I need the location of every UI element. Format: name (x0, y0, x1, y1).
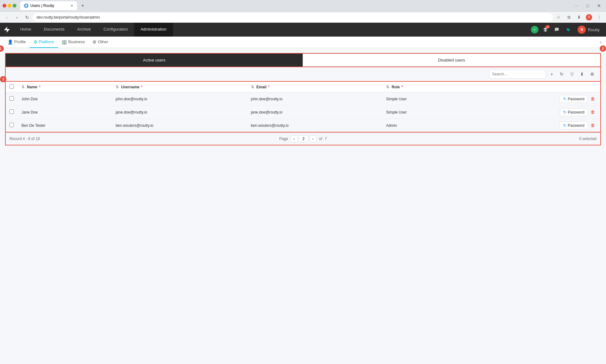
col-name[interactable]: ⇅ Name * (18, 82, 112, 92)
total-pages: 7 (325, 137, 327, 141)
sub-nav-platform-label: Platform (39, 39, 54, 44)
annotation-badge-3: 3 (0, 76, 6, 82)
add-btn[interactable]: + (547, 70, 556, 79)
row-checkbox[interactable] (9, 96, 14, 101)
sub-nav-business-label: Business (68, 39, 85, 44)
app-nav: Home Documents Archive Configuration Adm… (0, 23, 606, 37)
download-btn[interactable]: ⬇ (574, 13, 583, 22)
page-label: Page (279, 137, 288, 141)
sync-icon: ↻ (563, 123, 567, 128)
minimize-btn[interactable]: ─ (572, 1, 581, 10)
username-required: * (141, 85, 143, 89)
col-email[interactable]: ⇅ Email * (247, 82, 382, 92)
search-input[interactable] (489, 70, 546, 79)
row-username: john.doe@routty.io (112, 92, 247, 106)
name-required: * (39, 85, 40, 89)
forward-btn[interactable]: › (13, 13, 21, 22)
row-actions: ↻ Password 🗑 (466, 92, 601, 106)
refresh-icon: ↻ (560, 72, 564, 77)
table-body: John Doe john.doe@routty.io john.doe@rou… (5, 92, 601, 132)
reload-btn[interactable]: ↻ (23, 13, 32, 22)
status-ok-icon: ✓ (531, 26, 538, 33)
row-checkbox[interactable] (9, 109, 14, 114)
star-btn[interactable]: ☆ (554, 13, 563, 22)
window-close-btn[interactable] (3, 4, 6, 8)
table-row[interactable]: John Doe john.doe@routty.io john.doe@rou… (5, 92, 601, 106)
password-btn[interactable]: ↻ Password (560, 108, 588, 116)
app-logo[interactable] (0, 23, 14, 37)
row-checkbox-cell (5, 92, 18, 106)
tab-close-btn[interactable]: ✕ (70, 4, 73, 8)
delete-btn[interactable]: 🗑 (589, 95, 597, 103)
pagination: Page ‹ › of 7 (279, 135, 327, 142)
row-checkbox-cell (5, 106, 18, 119)
row-username: ben.wouters@routty.io (112, 119, 247, 132)
tab-favicon (24, 3, 28, 8)
password-label: Password (568, 97, 585, 101)
table-row[interactable]: Ben De Tester ben.wouters@routty.io ben.… (5, 119, 601, 132)
password-label: Password (568, 123, 585, 128)
layers-icon-btn[interactable]: 2 (541, 25, 550, 34)
settings-btn[interactable]: ⚙ (588, 70, 597, 79)
download-btn[interactable]: ⬇ (578, 70, 586, 79)
nav-home[interactable]: Home (14, 23, 38, 37)
sub-nav-platform[interactable]: ⚙ Platform (30, 37, 58, 48)
address-bar[interactable]: dev.routty.be/portal/routty/#useradmin (33, 13, 553, 22)
row-username: jane.doe@routty.io (112, 106, 247, 119)
col-username[interactable]: ⇅ Username * (112, 82, 247, 92)
role-sort-icon: ⇅ (386, 85, 389, 89)
delete-btn[interactable]: 🗑 (589, 108, 597, 116)
back-btn[interactable]: ‹ (3, 13, 11, 22)
maximize-btn[interactable]: □ (583, 1, 592, 10)
delete-btn[interactable]: 🗑 (589, 121, 597, 129)
password-btn[interactable]: ↻ Password (560, 121, 588, 129)
chat-icon-btn[interactable] (552, 25, 561, 34)
col-name-label: Name (27, 85, 37, 89)
password-label: Password (568, 110, 585, 114)
nav-user[interactable]: R Routty (575, 26, 602, 34)
row-name: Ben De Tester (18, 119, 112, 132)
page-input[interactable] (299, 135, 308, 142)
col-role-label: Role (392, 85, 400, 89)
new-tab-btn[interactable]: + (78, 1, 87, 10)
refresh-btn[interactable]: ↻ (557, 70, 566, 79)
nav-configuration[interactable]: Configuration (97, 23, 134, 37)
next-page-btn[interactable]: › (310, 135, 317, 142)
profile-btn[interactable]: R (585, 13, 593, 22)
row-role: Simple User (382, 92, 466, 106)
sub-nav-business[interactable]: 🏢 Business (58, 37, 89, 48)
nav-archive[interactable]: Archive (71, 23, 97, 37)
role-required: * (401, 85, 403, 89)
sub-nav-profile[interactable]: 👤 Profile (4, 37, 30, 48)
menu-btn[interactable]: ⋮ (595, 13, 603, 22)
row-name: Jane Doe (18, 106, 112, 119)
tab-active-users[interactable]: Active users (6, 54, 303, 67)
filter-btn[interactable]: ▽ (567, 70, 576, 79)
window-min-btn[interactable] (8, 4, 11, 8)
tabs-container: Active users Disabled users (6, 54, 600, 67)
browser-tab[interactable]: Users | Routty ✕ (20, 1, 77, 10)
of-label: of (319, 137, 322, 141)
window-max-btn[interactable] (13, 4, 16, 8)
col-role[interactable]: ⇅ Role * (382, 82, 466, 92)
arrow-icon-btn[interactable] (564, 25, 573, 34)
col-email-label: Email (256, 85, 266, 89)
record-info: Record 4 - 6 of 19 (9, 137, 279, 141)
select-all-checkbox[interactable] (9, 84, 14, 89)
nav-administration[interactable]: Administration (134, 23, 173, 37)
nav-documents[interactable]: Documents (38, 23, 71, 37)
window-x-btn[interactable]: ✕ (595, 1, 603, 10)
table-footer: Record 4 - 6 of 19 Page ‹ › of 7 0 selec… (5, 132, 601, 145)
sync-icon: ↻ (563, 97, 567, 101)
password-btn[interactable]: ↻ Password (560, 95, 588, 103)
sync-icon: ↻ (563, 110, 567, 114)
extensions-btn[interactable]: ⧉ (564, 13, 573, 22)
prev-page-btn[interactable]: ‹ (291, 135, 298, 142)
tab-disabled-users[interactable]: Disabled users (303, 54, 600, 67)
row-actions: ↻ Password 🗑 (466, 106, 601, 119)
row-email: jane.doe@routty.io (247, 106, 382, 119)
sub-nav-other[interactable]: ⚙ Other (89, 37, 112, 48)
table-row[interactable]: Jane Doe jane.doe@routty.io jane.doe@rou… (5, 106, 601, 119)
row-checkbox[interactable] (9, 123, 14, 127)
svg-marker-0 (566, 27, 570, 32)
